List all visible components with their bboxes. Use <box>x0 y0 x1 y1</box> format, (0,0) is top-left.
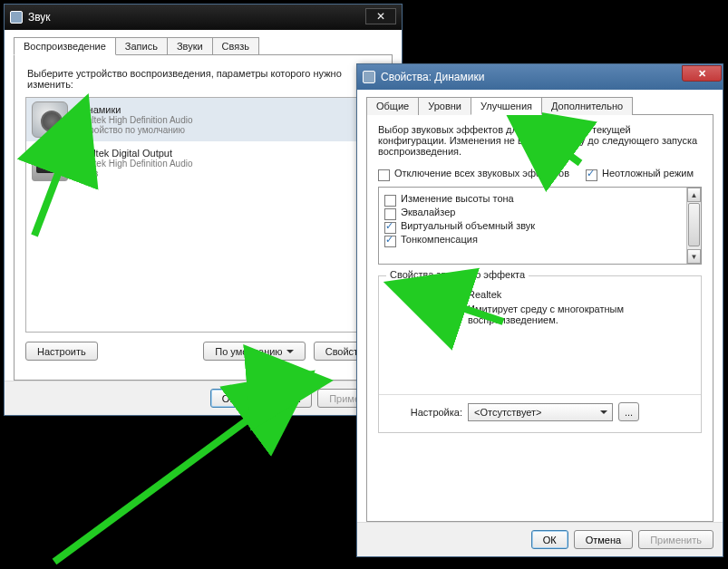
group-title: Свойства звукового эффекта <box>386 269 529 280</box>
device-item-digital[interactable]: Realtek Digital Output Realtek High Defi… <box>26 141 380 185</box>
effect-virtual-surround[interactable]: Виртуальный объемный звук <box>384 220 697 232</box>
effects-scrollbar[interactable]: ▲ ▼ <box>686 188 701 264</box>
tab-sounds[interactable]: Звуки <box>167 37 213 55</box>
desc-value: Имитирует среду с многократным воспроизв… <box>468 304 690 325</box>
device-item-speakers[interactable]: Динамики Realtek High Definition Audio У… <box>26 98 380 141</box>
urgent-mode-label: Неотложный режим <box>602 168 694 178</box>
props-tabs: Общие Уровни Улучшения Дополнительно <box>366 97 713 115</box>
device-name: Realtek Digital Output <box>75 148 193 159</box>
disable-all-effects-checkbox[interactable]: Отключение всех звуковых эффектов <box>378 168 569 179</box>
tab-general[interactable]: Общие <box>366 97 419 115</box>
effect-label: Виртуальный объемный звук <box>401 220 535 231</box>
desc-label: Описание: <box>390 304 462 325</box>
tab-recording[interactable]: Запись <box>115 37 168 55</box>
device-driver: Realtek High Definition Audio <box>75 115 193 125</box>
sound-tabs: Воспроизведение Запись Звуки Связь <box>14 37 393 55</box>
vendor-label: Поставщик: <box>390 289 462 300</box>
effect-label: Эквалайзер <box>401 207 455 217</box>
device-status: Устройство по умолчанию <box>75 125 193 135</box>
effect-properties-group: Свойства звукового эффекта Поставщик: Re… <box>378 275 702 433</box>
props-titlebar: Свойства: Динамики ✕ <box>357 64 723 90</box>
setting-value: <Отсутствует> <box>474 407 542 418</box>
instructions-text: Выберите устройство воспроизведения, пар… <box>27 68 379 90</box>
tab-playback[interactable]: Воспроизведение <box>14 37 116 55</box>
tab-enhancements[interactable]: Улучшения <box>471 97 542 115</box>
device-status: Готов <box>75 169 193 178</box>
effect-label: Тонкомпенсация <box>401 234 478 245</box>
cancel-button[interactable]: Отмена <box>253 389 312 408</box>
close-icon[interactable]: ✕ <box>682 65 722 82</box>
speaker-icon <box>32 101 68 138</box>
digital-output-icon <box>32 145 68 181</box>
setting-label: Настройка: <box>390 407 462 418</box>
device-name: Динамики <box>75 104 193 115</box>
scroll-down-icon[interactable]: ▼ <box>687 249 701 264</box>
ok-button[interactable]: ОК <box>531 530 568 549</box>
props-title: Свойства: Динамики <box>381 71 484 83</box>
device-driver: Realtek High Definition Audio <box>75 159 193 169</box>
configure-button[interactable]: Настроить <box>25 342 98 361</box>
setting-ellipsis-button[interactable]: ... <box>618 402 639 421</box>
apply-button[interactable]: Применить <box>638 530 713 549</box>
setting-combo[interactable]: <Отсутствует> <box>468 403 613 421</box>
tab-comm[interactable]: Связь <box>212 37 259 55</box>
sound-title-icon <box>10 11 23 24</box>
set-default-button[interactable]: По умолчанию <box>203 342 305 361</box>
default-check-icon <box>56 126 71 140</box>
disable-all-label: Отключение всех звуковых эффектов <box>394 168 569 178</box>
props-title-icon <box>363 71 375 83</box>
urgent-mode-checkbox[interactable]: Неотложный режим <box>586 168 694 179</box>
scroll-thumb[interactable] <box>688 203 700 246</box>
vendor-value: Realtek <box>468 289 690 300</box>
close-icon[interactable]: ✕ <box>365 8 396 24</box>
tab-levels[interactable]: Уровни <box>418 97 471 115</box>
enhancements-desc: Выбор звуковых эффектов для применения к… <box>378 124 702 157</box>
effect-pitch[interactable]: Изменение высоты тона <box>384 193 697 205</box>
effect-loudness[interactable]: Тонкомпенсация <box>384 234 697 246</box>
sound-title: Звук <box>28 11 51 24</box>
cancel-button[interactable]: Отмена <box>574 530 633 549</box>
device-list[interactable]: Динамики Realtek High Definition Audio У… <box>25 97 381 333</box>
effect-equalizer[interactable]: Эквалайзер <box>384 207 697 218</box>
ok-button[interactable]: ОК <box>210 389 248 408</box>
effect-label: Изменение высоты тона <box>401 193 514 204</box>
scroll-up-icon[interactable]: ▲ <box>687 188 701 202</box>
sound-titlebar: Звук ✕ <box>5 5 402 30</box>
effects-list[interactable]: Изменение высоты тона Эквалайзер Виртуал… <box>378 187 702 265</box>
tab-advanced[interactable]: Дополнительно <box>541 97 633 115</box>
